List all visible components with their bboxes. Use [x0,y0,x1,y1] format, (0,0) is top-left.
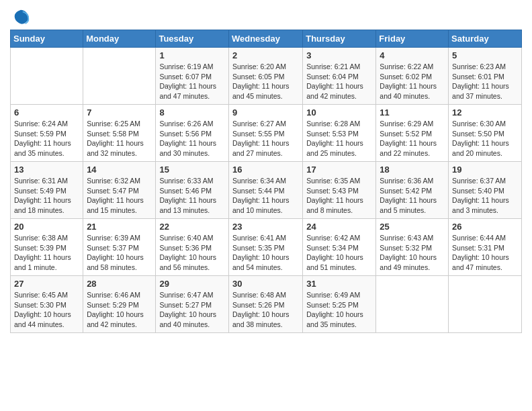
table-row: 1Sunrise: 6:19 AM Sunset: 6:07 PM Daylig… [156,48,229,105]
col-saturday: Saturday [449,30,522,48]
calendar-week-row: 6Sunrise: 6:24 AM Sunset: 5:59 PM Daylig… [11,105,522,162]
day-number: 26 [452,222,518,232]
day-number: 30 [232,279,299,289]
table-row: 7Sunrise: 6:25 AM Sunset: 5:58 PM Daylig… [83,105,156,162]
page: Sunday Monday Tuesday Wednesday Thursday… [0,0,532,340]
day-number: 16 [232,165,299,175]
table-row: 5Sunrise: 6:23 AM Sunset: 6:01 PM Daylig… [449,48,522,105]
table-row: 20Sunrise: 6:38 AM Sunset: 5:39 PM Dayli… [11,219,83,276]
col-monday: Monday [83,30,156,48]
table-row: 18Sunrise: 6:36 AM Sunset: 5:42 PM Dayli… [376,162,449,219]
day-info: Sunrise: 6:34 AM Sunset: 5:44 PM Dayligh… [232,176,299,216]
day-number: 19 [452,165,518,175]
calendar-week-row: 27Sunrise: 6:45 AM Sunset: 5:30 PM Dayli… [11,276,522,333]
table-row [449,276,522,333]
col-wednesday: Wednesday [228,30,302,48]
day-info: Sunrise: 6:31 AM Sunset: 5:49 PM Dayligh… [14,176,79,216]
day-number: 28 [87,279,152,289]
day-info: Sunrise: 6:27 AM Sunset: 5:55 PM Dayligh… [232,119,299,158]
table-row: 10Sunrise: 6:28 AM Sunset: 5:53 PM Dayli… [303,105,376,162]
day-info: Sunrise: 6:24 AM Sunset: 5:59 PM Dayligh… [14,119,79,158]
day-number: 23 [232,222,299,232]
table-row: 22Sunrise: 6:40 AM Sunset: 5:36 PM Dayli… [156,219,229,276]
day-info: Sunrise: 6:22 AM Sunset: 6:02 PM Dayligh… [380,62,445,101]
day-number: 25 [380,222,445,232]
day-number: 11 [380,107,445,118]
header [10,7,522,26]
day-info: Sunrise: 6:35 AM Sunset: 5:43 PM Dayligh… [306,176,372,216]
table-row: 25Sunrise: 6:43 AM Sunset: 5:32 PM Dayli… [376,219,449,276]
day-info: Sunrise: 6:26 AM Sunset: 5:56 PM Dayligh… [159,119,225,158]
day-number: 9 [232,107,299,118]
day-info: Sunrise: 6:47 AM Sunset: 5:27 PM Dayligh… [159,290,225,330]
day-info: Sunrise: 6:32 AM Sunset: 5:47 PM Dayligh… [87,176,152,216]
day-number: 18 [380,165,445,175]
day-info: Sunrise: 6:46 AM Sunset: 5:29 PM Dayligh… [87,290,152,330]
day-number: 22 [159,222,225,232]
logo [10,7,30,26]
table-row [83,48,156,105]
col-tuesday: Tuesday [156,30,229,48]
day-info: Sunrise: 6:41 AM Sunset: 5:35 PM Dayligh… [232,233,299,273]
day-number: 4 [380,50,445,60]
day-info: Sunrise: 6:29 AM Sunset: 5:52 PM Dayligh… [380,119,445,158]
day-number: 5 [452,50,518,60]
day-number: 20 [14,222,79,232]
table-row: 31Sunrise: 6:49 AM Sunset: 5:25 PM Dayli… [303,276,376,333]
day-info: Sunrise: 6:37 AM Sunset: 5:40 PM Dayligh… [452,176,518,216]
calendar-week-row: 13Sunrise: 6:31 AM Sunset: 5:49 PM Dayli… [11,162,522,219]
day-number: 2 [232,50,299,60]
table-row [11,48,83,105]
day-info: Sunrise: 6:23 AM Sunset: 6:01 PM Dayligh… [452,62,518,101]
day-number: 1 [159,50,225,60]
day-info: Sunrise: 6:42 AM Sunset: 5:34 PM Dayligh… [306,233,372,273]
table-row: 24Sunrise: 6:42 AM Sunset: 5:34 PM Dayli… [303,219,376,276]
table-row: 13Sunrise: 6:31 AM Sunset: 5:49 PM Dayli… [11,162,83,219]
table-row: 16Sunrise: 6:34 AM Sunset: 5:44 PM Dayli… [228,162,302,219]
day-info: Sunrise: 6:39 AM Sunset: 5:37 PM Dayligh… [87,233,152,273]
day-number: 27 [14,279,79,289]
table-row: 9Sunrise: 6:27 AM Sunset: 5:55 PM Daylig… [228,105,302,162]
table-row: 14Sunrise: 6:32 AM Sunset: 5:47 PM Dayli… [83,162,156,219]
table-row: 30Sunrise: 6:48 AM Sunset: 5:26 PM Dayli… [228,276,302,333]
day-info: Sunrise: 6:40 AM Sunset: 5:36 PM Dayligh… [159,233,225,273]
day-number: 12 [452,107,518,118]
calendar-header-row: Sunday Monday Tuesday Wednesday Thursday… [11,30,522,48]
logo-icon [11,7,30,26]
table-row: 27Sunrise: 6:45 AM Sunset: 5:30 PM Dayli… [11,276,83,333]
day-info: Sunrise: 6:30 AM Sunset: 5:50 PM Dayligh… [452,119,518,158]
table-row: 3Sunrise: 6:21 AM Sunset: 6:04 PM Daylig… [303,48,376,105]
day-info: Sunrise: 6:19 AM Sunset: 6:07 PM Dayligh… [159,62,225,101]
day-number: 10 [306,107,372,118]
day-info: Sunrise: 6:28 AM Sunset: 5:53 PM Dayligh… [306,119,372,158]
day-info: Sunrise: 6:43 AM Sunset: 5:32 PM Dayligh… [380,233,445,273]
day-info: Sunrise: 6:45 AM Sunset: 5:30 PM Dayligh… [14,290,79,330]
table-row: 17Sunrise: 6:35 AM Sunset: 5:43 PM Dayli… [303,162,376,219]
day-info: Sunrise: 6:48 AM Sunset: 5:26 PM Dayligh… [232,290,299,330]
table-row: 29Sunrise: 6:47 AM Sunset: 5:27 PM Dayli… [156,276,229,333]
table-row: 28Sunrise: 6:46 AM Sunset: 5:29 PM Dayli… [83,276,156,333]
day-number: 14 [87,165,152,175]
day-number: 13 [14,165,79,175]
day-info: Sunrise: 6:44 AM Sunset: 5:31 PM Dayligh… [452,233,518,273]
day-number: 7 [87,107,152,118]
table-row: 4Sunrise: 6:22 AM Sunset: 6:02 PM Daylig… [376,48,449,105]
day-info: Sunrise: 6:36 AM Sunset: 5:42 PM Dayligh… [380,176,445,216]
day-info: Sunrise: 6:21 AM Sunset: 6:04 PM Dayligh… [306,62,372,101]
day-number: 24 [306,222,372,232]
day-number: 17 [306,165,372,175]
table-row: 12Sunrise: 6:30 AM Sunset: 5:50 PM Dayli… [449,105,522,162]
day-info: Sunrise: 6:20 AM Sunset: 6:05 PM Dayligh… [232,62,299,101]
table-row: 8Sunrise: 6:26 AM Sunset: 5:56 PM Daylig… [156,105,229,162]
calendar-week-row: 20Sunrise: 6:38 AM Sunset: 5:39 PM Dayli… [11,219,522,276]
day-number: 21 [87,222,152,232]
day-info: Sunrise: 6:33 AM Sunset: 5:46 PM Dayligh… [159,176,225,216]
day-number: 8 [159,107,225,118]
day-info: Sunrise: 6:49 AM Sunset: 5:25 PM Dayligh… [306,290,372,330]
calendar-week-row: 1Sunrise: 6:19 AM Sunset: 6:07 PM Daylig… [11,48,522,105]
day-number: 6 [14,107,79,118]
table-row: 19Sunrise: 6:37 AM Sunset: 5:40 PM Dayli… [449,162,522,219]
col-friday: Friday [376,30,449,48]
calendar: Sunday Monday Tuesday Wednesday Thursday… [10,30,522,333]
day-info: Sunrise: 6:38 AM Sunset: 5:39 PM Dayligh… [14,233,79,273]
